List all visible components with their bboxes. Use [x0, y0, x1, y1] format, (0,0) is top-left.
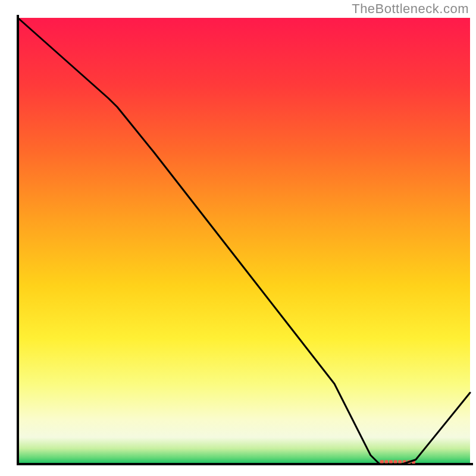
- plot-background: [18, 18, 470, 464]
- svg-rect-4: [398, 460, 402, 464]
- svg-rect-1: [384, 460, 388, 464]
- chart-plot: [0, 0, 476, 476]
- chart-container: TheBottleneck.com: [0, 0, 476, 476]
- svg-rect-0: [380, 460, 384, 464]
- watermark-text: TheBottleneck.com: [352, 1, 469, 17]
- svg-rect-3: [394, 460, 397, 464]
- svg-rect-2: [389, 460, 393, 464]
